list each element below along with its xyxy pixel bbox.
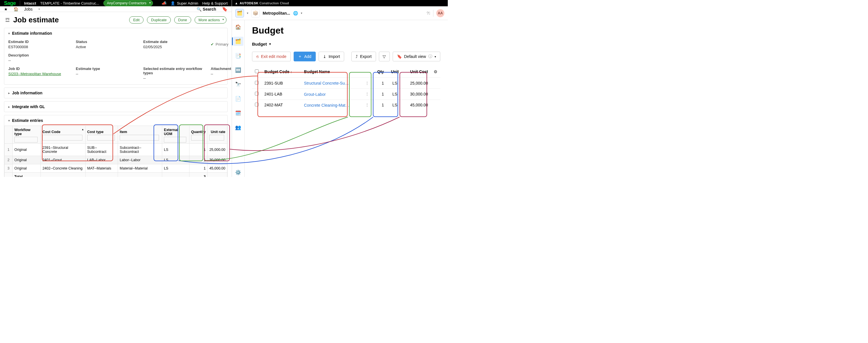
filter-input[interactable] [120, 135, 159, 140]
job-info-card: ▸Job information [4, 88, 228, 98]
rail-settings[interactable]: ⚙️ [233, 168, 243, 177]
col-qty[interactable]: Qty [372, 66, 386, 78]
chevron-down-icon[interactable]: ▾ [38, 7, 40, 11]
module-chip[interactable]: 🗂️ [236, 9, 244, 18]
duplicate-button[interactable]: Duplicate [147, 16, 170, 24]
project-name[interactable]: Metropolitan... [262, 11, 290, 15]
col-workflow[interactable]: Workflow type [12, 126, 41, 144]
table-settings-icon[interactable]: ⚙ [431, 66, 440, 78]
breadcrumb[interactable]: Jobs [24, 7, 33, 11]
rail-files[interactable]: 📄 [233, 94, 243, 103]
rail-home[interactable]: 🏠 [233, 22, 243, 32]
col-qty[interactable]: Quantity [189, 126, 208, 144]
bookmark-icon[interactable]: 🔖 [222, 6, 228, 12]
col-cost-code[interactable]: Cost Code▴ [40, 126, 85, 144]
done-button[interactable]: Done [174, 16, 191, 24]
estimate-info-toggle[interactable]: ▾ Estimate information [4, 28, 227, 38]
row-checkbox[interactable] [255, 92, 259, 96]
rail-schedule[interactable]: 🗓️ [233, 108, 243, 117]
add-button[interactable]: ＋Add [293, 52, 316, 61]
company-selector[interactable]: AnyCompany Contractors [103, 0, 153, 6]
page-title: Job estimate [13, 15, 59, 24]
chevron-down-icon[interactable]: ▾ [247, 11, 248, 14]
plus-icon: ＋ [298, 54, 302, 59]
budget-table: Budget Code↑ Budget Name Qty Unit Unit C… [252, 66, 440, 110]
help-icon[interactable]: ?⃝ [427, 11, 430, 15]
view-dropdown[interactable]: Budget▾ [252, 42, 440, 46]
table-row[interactable]: 3Original2402--Concrete CleaningMAT--Mat… [5, 164, 227, 173]
home-icon[interactable]: 🏠 [13, 7, 19, 11]
row-menu-icon[interactable]: ⋮ [362, 78, 372, 89]
row-menu-icon[interactable]: ⋮ [362, 89, 372, 100]
estimate-entries-card: ▾Estimate entries Workflow type Cost Cod… [4, 115, 228, 177]
avatar[interactable]: AA [436, 9, 444, 17]
rail-change[interactable]: ↔️ [233, 65, 243, 75]
col-budget-name[interactable]: Budget Name [301, 66, 362, 78]
filter-input[interactable] [209, 135, 224, 140]
filter-input[interactable] [87, 135, 115, 140]
filter-input[interactable] [42, 135, 82, 140]
bookmark-icon: 🔖 [397, 54, 402, 59]
list-icon[interactable]: ☲ [5, 17, 10, 23]
col-uom[interactable]: External UOM [162, 126, 189, 144]
budget-name-link[interactable]: Grout-Labor [304, 92, 326, 97]
filter-input[interactable] [191, 135, 205, 140]
row-checkbox[interactable] [255, 81, 259, 84]
col-budget-code[interactable]: Budget Code↑ [261, 66, 301, 78]
col-rate[interactable]: Unit rate [208, 126, 227, 144]
autodesk-sidebar: 🏠 🗂️ 📑 ↔️ 🔭 📄 🗓️ 👥 ⚙️ [232, 20, 245, 177]
rail-binoculars[interactable]: 🔭 [233, 80, 243, 89]
autodesk-logo-icon: ▲ [235, 1, 238, 5]
sage-topbar: Sage Intacct TEMPLATE - Timberline Const… [0, 0, 231, 6]
job-info-toggle[interactable]: ▸Job information [4, 88, 227, 98]
edit-button[interactable]: Edit [129, 16, 144, 24]
col-unit-cost[interactable]: Unit Cost [403, 66, 431, 78]
table-row[interactable]: 1Original2391--Structural ConcreteSUB--S… [5, 144, 227, 156]
primary-checkbox[interactable]: ✔Primary [211, 40, 231, 49]
page-title: Budget [252, 25, 440, 36]
budget-name-link[interactable]: Concrete Cleaning-Materia... [304, 103, 350, 108]
col-cost-type[interactable]: Cost type [85, 126, 118, 144]
search-button[interactable]: 🔍 Search [197, 7, 216, 11]
user-menu[interactable]: 👤 Super Admin [170, 1, 198, 5]
table-row[interactable]: 2391-SUBStructural Concrete-Subco...⋮1LS… [252, 78, 440, 89]
help-link[interactable]: Help & Support [203, 1, 228, 5]
entries-toggle[interactable]: ▾Estimate entries [4, 115, 227, 126]
globe-icon[interactable]: 🌐 [293, 11, 298, 15]
filter-button[interactable]: ▽ [379, 52, 390, 61]
info-icon: ⓘ [428, 54, 432, 59]
col-unit[interactable]: Unit [387, 66, 403, 78]
context-name: TEMPLATE - Timberline Construc... [40, 1, 99, 5]
row-menu-icon[interactable]: ⋮ [362, 100, 372, 110]
col-item[interactable]: Item [118, 126, 162, 144]
filter-input[interactable] [14, 137, 38, 142]
announcement-icon[interactable]: 📣 [162, 1, 166, 5]
chevron-down-icon[interactable]: ▾ [301, 11, 302, 14]
table-row[interactable]: 2Original2401--GroutLAB--LaborLabor--Lab… [5, 156, 227, 164]
table-row[interactable]: 2401-LABGrout-Labor⋮1LS30,000.00 [252, 89, 440, 100]
autodesk-topbar: ▲ AUTODESK Construction Cloud [232, 0, 448, 6]
exit-edit-button[interactable]: ⎋Exit edit mode [252, 52, 291, 61]
filter-input[interactable] [164, 137, 186, 142]
star-icon[interactable]: ★ [4, 7, 8, 11]
rail-contracts[interactable]: 📑 [233, 51, 243, 60]
sage-logo: Sage [4, 0, 16, 6]
more-actions-button[interactable]: More actions [195, 16, 226, 24]
rail-budget[interactable]: 🗂️ [233, 37, 243, 46]
gl-card: ▸Integrate with GL [4, 101, 228, 112]
rail-members[interactable]: 👥 [233, 123, 243, 132]
sage-toolbar: ★ 🏠 Jobs ▾ 🔍 Search 🔖 [0, 6, 231, 12]
budget-name-link[interactable]: Structural Concrete-Subco... [304, 81, 350, 85]
row-checkbox[interactable] [255, 103, 259, 106]
chevron-right-icon: ▸ [8, 92, 10, 95]
import-button[interactable]: ⤓Import [319, 52, 344, 61]
import-icon: ⤓ [323, 54, 327, 59]
table-row[interactable]: 2402-MATConcrete Cleaning-Materia...⋮1LS… [252, 100, 440, 110]
select-all-checkbox[interactable] [255, 69, 259, 73]
default-view-button[interactable]: 🔖Default viewⓘ▾ [393, 52, 440, 61]
job-link[interactable]: SI203--Metropolitan Warehouse [8, 72, 76, 76]
export-icon: ⤴ [355, 54, 358, 59]
export-button[interactable]: ⤴Export [351, 52, 376, 61]
gl-toggle[interactable]: ▸Integrate with GL [4, 102, 227, 112]
module-chip-disabled: 📦 [251, 9, 260, 18]
